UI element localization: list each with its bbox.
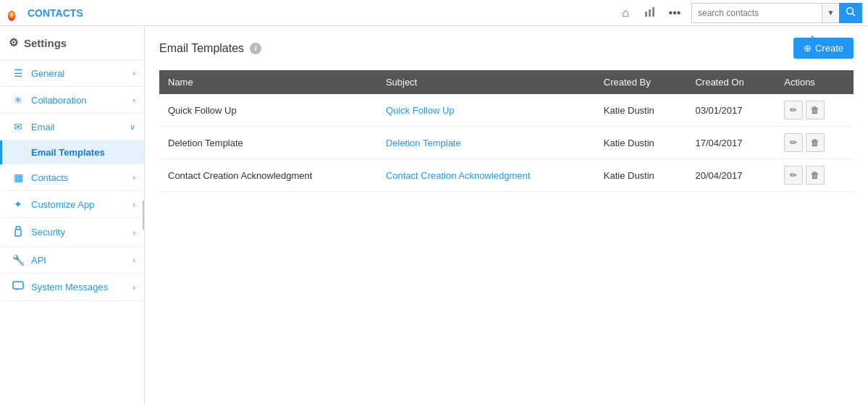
charts-button[interactable] (639, 2, 661, 24)
sidebar-item-customize-app[interactable]: ✦ Customize App › (0, 191, 144, 218)
delete-button[interactable]: 🗑 (806, 101, 825, 119)
sidebar-item-label: Contacts (31, 172, 132, 183)
main-layout: ⚙ Settings ☰ General › ✳ Collaboration ›… (0, 26, 868, 404)
cell-subject[interactable]: Contact Creation Acknowledgment (377, 159, 595, 192)
cell-actions: ✏ 🗑 (775, 159, 854, 192)
cell-subject[interactable]: Deletion Template (377, 127, 595, 159)
svg-rect-4 (649, 9, 651, 17)
app-name: CONTACTS (28, 7, 83, 19)
search-container: ▼ (691, 3, 862, 23)
sidebar-item-label: Customize App (31, 199, 132, 210)
cell-actions: ✏ 🗑 (775, 127, 854, 159)
col-subject: Subject (377, 70, 595, 94)
chevron-right-icon: › (132, 228, 135, 237)
home-button[interactable]: ⌂ (615, 2, 636, 24)
search-icon (846, 7, 856, 19)
create-button[interactable]: ⊕ Create (793, 38, 854, 59)
sidebar-item-label: Collaboration (31, 95, 132, 106)
email-templates-table: Name Subject Created By Created On Actio… (159, 70, 854, 192)
search-submit-button[interactable] (839, 3, 862, 23)
content-area: ➤ Email Templates i ⊕ Create Name Subjec… (145, 26, 868, 404)
col-created-by: Created By (595, 70, 687, 94)
info-icon[interactable]: i (250, 43, 261, 54)
edit-button[interactable]: ✏ (784, 101, 803, 119)
chevron-right-icon: › (132, 200, 135, 209)
chevron-down-icon: ▼ (827, 9, 835, 17)
sidebar-item-label: Security (31, 227, 132, 237)
sidebar-item-security[interactable]: Security › (0, 218, 144, 247)
more-button[interactable]: ••• (664, 2, 686, 24)
svg-rect-9 (13, 282, 23, 289)
gear-icon: ⚙ (9, 36, 18, 49)
svg-point-6 (847, 8, 854, 14)
email-icon: ✉ (11, 121, 25, 132)
cell-actions: ✏ 🗑 (775, 94, 854, 127)
chevron-right-icon: › (132, 283, 135, 292)
cell-created-by: Katie Dustin (595, 127, 687, 159)
cell-created-on: 17/04/2017 (686, 127, 775, 159)
table-row: Contact Creation Acknowledgment Contact … (159, 159, 854, 192)
content-header: Email Templates i ⊕ Create (159, 38, 854, 59)
svg-line-7 (853, 14, 856, 17)
app-brand: CONTACTS (6, 4, 83, 22)
sidebar: ⚙ Settings ☰ General › ✳ Collaboration ›… (0, 26, 145, 404)
sidebar-item-contacts[interactable]: ▦ Contacts › (0, 164, 144, 191)
col-actions: Actions (775, 70, 854, 94)
chart-icon (644, 6, 656, 20)
collaboration-icon: ✳ (11, 94, 25, 106)
svg-rect-5 (652, 7, 654, 17)
general-icon: ☰ (11, 67, 25, 79)
chevron-right-icon: › (132, 96, 135, 104)
svg-rect-8 (15, 230, 21, 236)
sidebar-title: ⚙ Settings (0, 26, 144, 60)
email-templates-label: Email Templates (31, 147, 105, 158)
more-icon: ••• (669, 7, 681, 20)
cell-created-on: 20/04/2017 (686, 159, 775, 192)
customize-icon: ✦ (11, 198, 25, 210)
table-header-row: Name Subject Created By Created On Actio… (159, 70, 854, 94)
sidebar-item-email[interactable]: ✉ Email ∨ (0, 114, 144, 140)
brand-icon (6, 4, 23, 22)
delete-button[interactable]: 🗑 (806, 166, 825, 185)
col-created-on: Created On (686, 70, 775, 94)
sidebar-item-email-templates[interactable]: Email Templates (0, 140, 144, 164)
chevron-down-icon: ∨ (130, 122, 135, 132)
cell-created-by: Katie Dustin (595, 94, 687, 127)
sidebar-item-system-messages[interactable]: System Messages › (0, 274, 144, 301)
api-icon: 🔧 (11, 254, 25, 266)
sidebar-item-label: API (31, 255, 132, 266)
page-title: Email Templates i (159, 42, 261, 55)
sidebar-item-collaboration[interactable]: ✳ Collaboration › (0, 87, 144, 114)
system-messages-icon (11, 281, 25, 293)
chevron-right-icon: › (132, 69, 135, 77)
sidebar-item-general[interactable]: ☰ General › (0, 60, 144, 87)
chevron-right-icon: › (132, 256, 135, 264)
security-icon (11, 225, 25, 239)
edit-button[interactable]: ✏ (784, 166, 803, 185)
cell-name: Contact Creation Acknowledgment (159, 159, 377, 192)
table-row: Quick Follow Up Quick Follow Up Katie Du… (159, 94, 854, 127)
edit-button[interactable]: ✏ (784, 133, 803, 152)
sidebar-item-label: System Messages (31, 282, 132, 293)
navbar-actions: ⌂ ••• (615, 2, 686, 24)
contacts-icon: ▦ (11, 172, 25, 183)
col-name: Name (159, 70, 377, 94)
search-dropdown-button[interactable]: ▼ (822, 3, 839, 23)
sidebar-item-label: Email (31, 122, 130, 132)
search-input[interactable] (691, 3, 822, 23)
navbar: CONTACTS ⌂ ••• ▼ (0, 0, 868, 26)
cell-subject[interactable]: Quick Follow Up (377, 94, 595, 127)
delete-button[interactable]: 🗑 (806, 133, 825, 152)
cell-created-on: 03/01/2017 (686, 94, 775, 127)
table-row: Deletion Template Deletion Template Kati… (159, 127, 854, 159)
cell-name: Deletion Template (159, 127, 377, 159)
svg-rect-3 (645, 12, 647, 17)
svg-point-2 (9, 12, 14, 17)
sidebar-item-api[interactable]: 🔧 API › (0, 247, 144, 274)
cell-name: Quick Follow Up (159, 94, 377, 127)
chevron-right-icon: › (132, 173, 135, 182)
cell-created-by: Katie Dustin (595, 159, 687, 192)
sidebar-item-label: General (31, 68, 132, 79)
home-icon: ⌂ (622, 7, 629, 20)
